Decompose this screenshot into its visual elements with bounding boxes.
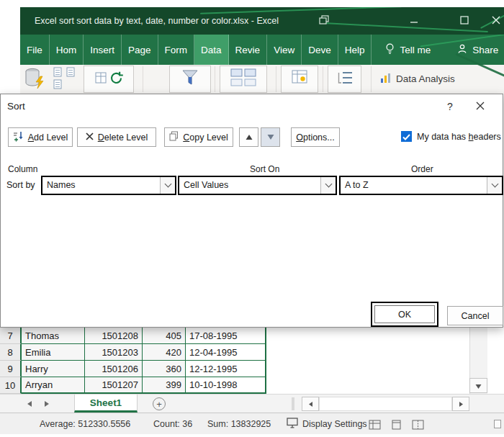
from-source-button-2[interactable]	[53, 79, 62, 92]
tab-nav-left-button[interactable]	[24, 400, 35, 408]
normal-view-icon	[369, 420, 381, 430]
tab-review[interactable]: Revie	[229, 35, 268, 65]
minimize-button[interactable]	[407, 14, 421, 27]
cell-id[interactable]: 1501207	[85, 377, 143, 394]
queries-connections-group[interactable]	[84, 66, 134, 93]
maximize-button[interactable]	[457, 14, 472, 27]
view-normal-button[interactable]	[366, 418, 383, 431]
cell-date[interactable]: 17-08-1995	[186, 328, 266, 344]
cell-name[interactable]: Emilia	[22, 344, 85, 361]
restore-window-button[interactable]	[317, 14, 331, 27]
sheet-tab[interactable]: Sheet1	[74, 395, 138, 413]
ok-button[interactable]: OK	[374, 305, 435, 323]
cell-id[interactable]: 1501208	[85, 328, 143, 344]
delete-level-button[interactable]: Delete Level	[77, 127, 156, 147]
column-combo[interactable]: Names	[41, 176, 176, 195]
hscroll-left-button[interactable]	[302, 397, 319, 411]
close-button[interactable]	[489, 14, 503, 27]
tell-me-button[interactable]: Tell me	[377, 35, 438, 65]
row-header[interactable]: 8	[0, 344, 22, 361]
cell-marks[interactable]: 360	[143, 361, 186, 377]
add-level-button[interactable]: Add Level	[8, 127, 73, 147]
down-arrow-icon	[475, 379, 482, 392]
move-down-button[interactable]	[261, 127, 280, 147]
cell-date[interactable]: 12-04-1995	[186, 344, 266, 361]
order-combo[interactable]: A to Z	[339, 176, 503, 195]
dialog-close-button[interactable]	[466, 98, 495, 115]
sheet-tab-bar: Sheet1 +	[0, 394, 504, 413]
table-row: 10 Arryan 1501207 399 10-10-1998	[0, 377, 504, 394]
tab-help[interactable]: Help	[338, 35, 372, 65]
data-analysis-button[interactable]: Data Analysis	[380, 72, 455, 86]
tab-data[interactable]: Data	[194, 35, 229, 65]
tab-label: Deve	[308, 45, 331, 55]
column-combo-dropdown-button[interactable]	[160, 177, 175, 194]
cell-name[interactable]: Harry	[22, 361, 85, 377]
tab-nav-right-button[interactable]	[42, 400, 52, 408]
scroll-down-button[interactable]	[469, 378, 487, 393]
cell-id[interactable]: 1501206	[85, 361, 143, 377]
sheet-icon	[53, 67, 62, 80]
hscroll-track[interactable]	[319, 397, 452, 411]
row-header[interactable]: 9	[0, 361, 22, 377]
cell-name[interactable]: Thomas	[22, 328, 85, 344]
move-up-button[interactable]	[239, 127, 258, 147]
menu-bar: File Hom Insert Page Form Data Revie Vie…	[20, 35, 504, 65]
tab-formulas[interactable]: Form	[158, 35, 195, 65]
tab-label: Page	[128, 45, 151, 55]
headers-checkbox-label: My data has headers	[417, 132, 501, 142]
row-header[interactable]: 7	[0, 328, 22, 344]
table-icon	[95, 71, 107, 87]
copy-level-label: Copy Level	[183, 132, 228, 143]
outline-icon	[336, 69, 354, 89]
chevron-down-icon	[325, 181, 332, 188]
text-to-columns-group[interactable]	[220, 66, 267, 93]
tab-home[interactable]: Hom	[50, 35, 84, 65]
tab-page-layout[interactable]: Page	[122, 35, 158, 65]
view-page-layout-button[interactable]	[387, 418, 405, 431]
get-data-button[interactable]	[24, 67, 45, 93]
close-icon	[492, 14, 500, 27]
delete-level-label: Delete Level	[98, 132, 148, 143]
dialog-help-button[interactable]: ?	[438, 98, 462, 115]
outline-button[interactable]	[328, 66, 361, 93]
cell-marks[interactable]: 405	[143, 328, 186, 344]
hscroll-right-button[interactable]	[452, 397, 469, 411]
sort-dialog: Sort ? Add Level Delete Level Copy Level	[0, 94, 503, 328]
sort-add-icon	[13, 131, 24, 144]
from-source-button-1[interactable]	[53, 67, 62, 80]
filter-button[interactable]	[169, 66, 211, 93]
sort-on-combo[interactable]: Cell Values	[178, 176, 337, 195]
add-sheet-button[interactable]: +	[153, 397, 166, 410]
title-bar: Excel sort sort data by text, date, numb…	[20, 7, 504, 35]
tab-label: Form	[165, 45, 188, 55]
cell-date[interactable]: 10-10-1998	[186, 377, 266, 394]
cancel-button[interactable]: Cancel	[447, 306, 503, 325]
headers-checkbox[interactable]	[401, 131, 412, 142]
sort-on-combo-dropdown-button[interactable]	[320, 177, 336, 194]
tab-insert[interactable]: Insert	[84, 35, 122, 65]
sort-by-label: Sort by	[6, 180, 35, 190]
display-settings-button[interactable]: Display Settings	[287, 418, 367, 431]
row-header[interactable]: 10	[0, 377, 22, 394]
status-bar: Average: 512330.5556 Count: 36 Sum: 1383…	[0, 413, 504, 434]
cell-id[interactable]: 1501203	[85, 344, 143, 361]
ribbon-separator	[276, 66, 276, 92]
tab-splitter-handle[interactable]	[292, 397, 294, 410]
tab-view[interactable]: View	[267, 35, 302, 65]
cell-date[interactable]: 12-12-1995	[186, 361, 266, 377]
options-button[interactable]: Options...	[291, 127, 340, 147]
cell-marks[interactable]: 420	[143, 344, 186, 361]
from-source-button-3[interactable]	[66, 67, 75, 80]
order-combo-dropdown-button[interactable]	[487, 177, 502, 194]
tab-file[interactable]: File	[20, 35, 50, 65]
cell-name[interactable]: Arryan	[22, 377, 85, 394]
bar-chart-icon	[380, 72, 392, 86]
what-if-button[interactable]	[281, 66, 318, 93]
tab-developer[interactable]: Deve	[302, 35, 338, 65]
cell-marks[interactable]: 399	[143, 377, 186, 394]
sheet-icon	[66, 67, 75, 80]
copy-level-button[interactable]: Copy Level	[164, 127, 233, 147]
view-page-break-button[interactable]	[409, 418, 426, 431]
delete-x-icon	[86, 132, 94, 143]
